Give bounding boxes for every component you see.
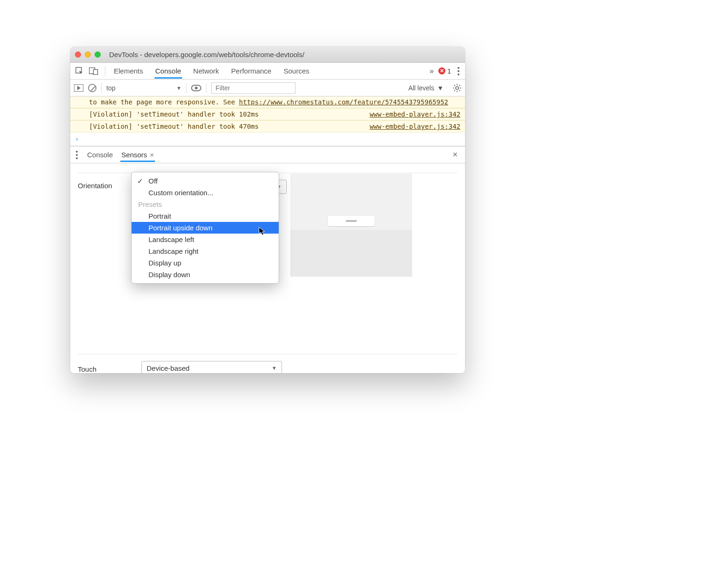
main-menu-icon[interactable]	[456, 65, 461, 77]
zoom-window-button[interactable]	[95, 51, 101, 58]
console-source-link[interactable]: www-embed-player.js:342	[370, 123, 460, 130]
svg-rect-2	[94, 69, 98, 74]
orientation-dropdown: Off Custom orientation... Presets Portra…	[131, 172, 279, 284]
levels-label: All levels	[408, 84, 434, 92]
chevron-down-icon: ▼	[176, 85, 181, 91]
device-mock-icon	[328, 216, 375, 226]
error-badge[interactable]: ✕ 1	[438, 67, 451, 75]
clear-console-icon[interactable]	[88, 84, 96, 92]
tab-elements[interactable]: Elements	[113, 63, 144, 79]
drawer-tab-label: Sensors	[121, 151, 147, 159]
console-link[interactable]: https://www.chromestatus.com/feature/574…	[239, 98, 448, 106]
titlebar: DevTools - developers.google.com/web/too…	[70, 47, 465, 63]
error-count: 1	[447, 67, 451, 75]
drawer-tab-console[interactable]: Console	[86, 147, 114, 162]
drawer: Console Sensors × × Orientation ▼ Off	[70, 146, 465, 373]
context-value: top	[106, 84, 115, 92]
touch-select[interactable]: Device-based ▼	[141, 361, 282, 373]
console-message: to make the page more responsive. See ht…	[89, 98, 448, 106]
error-icon: ✕	[438, 67, 445, 74]
context-selector[interactable]: top ▼	[106, 84, 181, 92]
separator	[206, 83, 207, 93]
dropdown-item-display-up[interactable]: Display up	[132, 257, 279, 269]
svg-line-10	[459, 85, 460, 86]
inspect-element-icon[interactable]	[74, 66, 85, 77]
svg-line-8	[454, 85, 455, 86]
console-row: [Violation] 'setTimeout' handler took 10…	[70, 108, 465, 120]
dropdown-item-display-down[interactable]: Display down	[132, 269, 279, 280]
chevron-down-icon: ▼	[272, 365, 277, 371]
console-body: to make the page more responsive. See ht…	[70, 96, 465, 146]
dropdown-item-custom[interactable]: Custom orientation...	[132, 187, 279, 198]
main-tabs: Elements Console Network Performance Sou…	[113, 63, 311, 79]
main-tabbar: Elements Console Network Performance Sou…	[70, 63, 465, 80]
minimize-window-button[interactable]	[85, 51, 91, 58]
sensors-panel: Orientation ▼ Off Custom orientation... …	[70, 163, 465, 373]
tab-sources[interactable]: Sources	[282, 63, 310, 79]
drawer-tab-sensors[interactable]: Sensors ×	[120, 147, 155, 162]
tab-console[interactable]: Console	[155, 63, 182, 79]
execution-context-icon[interactable]	[74, 84, 83, 92]
console-toolbar: top ▼ All levels ▼	[70, 80, 465, 96]
separator	[186, 83, 186, 93]
log-levels-selector[interactable]: All levels ▼	[408, 84, 444, 92]
chevron-down-icon: ▼	[437, 84, 444, 92]
gear-icon[interactable]	[453, 84, 461, 92]
console-prompt[interactable]: ›	[70, 132, 465, 146]
console-message: [Violation] 'setTimeout' handler took 47…	[89, 123, 259, 130]
drawer-menu-icon[interactable]	[74, 149, 80, 161]
close-window-button[interactable]	[75, 51, 81, 58]
tabs-overflow-icon[interactable]: »	[429, 67, 434, 75]
touch-row: Touch Device-based ▼	[78, 354, 458, 373]
dropdown-presets-header: Presets	[132, 198, 279, 210]
traffic-lights	[75, 51, 101, 58]
dropdown-item-portrait-upside-down[interactable]: Portrait upside down	[132, 222, 279, 234]
window-title: DevTools - developers.google.com/web/too…	[109, 51, 304, 59]
devtools-window: DevTools - developers.google.com/web/too…	[70, 47, 465, 373]
console-message: [Violation] 'setTimeout' handler took 10…	[89, 110, 259, 118]
console-source-link[interactable]: www-embed-player.js:342	[370, 110, 460, 118]
orientation-label: Orientation	[78, 180, 125, 190]
console-row: [Violation] 'setTimeout' handler took 47…	[70, 120, 465, 132]
live-expression-icon[interactable]	[191, 85, 201, 91]
separator	[101, 83, 102, 93]
dropdown-item-landscape-left[interactable]: Landscape left	[132, 234, 279, 245]
tab-network[interactable]: Network	[192, 63, 220, 79]
dropdown-item-landscape-right[interactable]: Landscape right	[132, 245, 279, 257]
drawer-tabbar: Console Sensors × ×	[70, 147, 465, 163]
dropdown-item-off[interactable]: Off	[132, 175, 279, 187]
svg-line-11	[454, 90, 455, 91]
close-tab-icon[interactable]: ×	[150, 151, 154, 159]
touch-label: Touch	[78, 363, 125, 373]
svg-point-3	[456, 87, 459, 89]
svg-line-9	[459, 90, 460, 91]
drawer-close-icon[interactable]: ×	[449, 148, 461, 162]
device-toolbar-icon[interactable]	[88, 66, 99, 77]
console-row: to make the page more responsive. See ht…	[70, 96, 465, 108]
tab-performance[interactable]: Performance	[230, 63, 273, 79]
filter-input[interactable]	[211, 82, 296, 94]
orientation-preview	[290, 174, 412, 277]
touch-value: Device-based	[147, 364, 190, 372]
dropdown-item-portrait[interactable]: Portrait	[132, 210, 279, 222]
separator	[105, 66, 105, 76]
